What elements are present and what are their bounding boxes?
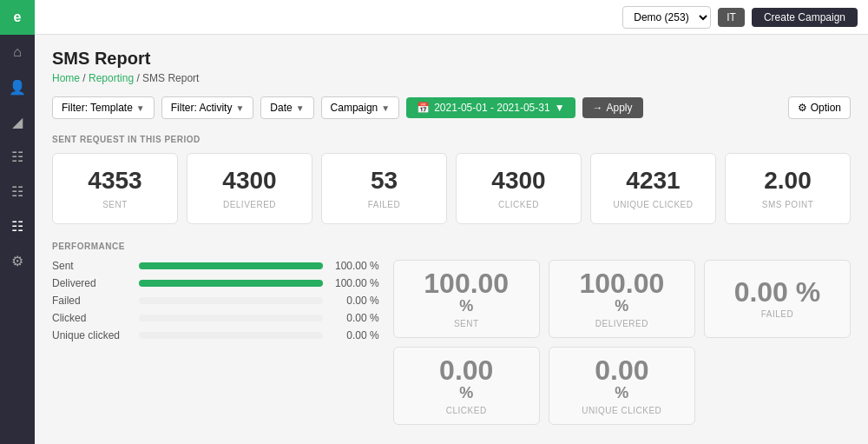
apply-label: Apply (607, 102, 633, 114)
filter-campaign-arrow-icon: ▼ (381, 103, 390, 113)
stat-cards: 4353 SENT 4300 DELIVERED 53 FAILED 4300 … (52, 153, 851, 224)
stat-card-sent: 4353 SENT (52, 153, 178, 224)
breadcrumb-current: SMS Report (142, 72, 199, 84)
perf-row-clicked: Clicked 0.00 % (52, 312, 379, 324)
filter-bar: Filter: Template ▼ Filter: Activity ▼ Da… (52, 96, 851, 119)
filter-activity-arrow-icon: ▼ (235, 103, 244, 113)
demo-select[interactable]: Demo (253) (622, 6, 711, 29)
performance-label: PERFORMANCE (52, 242, 851, 251)
stat-card-unique-clicked: 4231 UNIQUE CLICKED (590, 153, 716, 224)
filter-activity-button[interactable]: Filter: Activity ▼ (161, 96, 254, 119)
big-card-delivered: 100.00 % DELIVERED (549, 260, 695, 338)
stat-label-sent: SENT (62, 200, 168, 209)
sidebar-item-users[interactable]: 👤 (0, 70, 35, 104)
perf-bar-container-sent (139, 262, 323, 269)
big-label-clicked: CLICKED (446, 406, 487, 415)
sidebar: e ⌂ 👤 ◢ ☷ ☷ ☷ ⚙ (0, 0, 35, 444)
perf-value-delivered: 100.00 % (332, 277, 379, 289)
big-label-sent: SENT (454, 319, 479, 328)
perf-value-failed: 0.00 % (332, 295, 379, 307)
big-value-delivered: 100.00 (579, 269, 664, 297)
perf-bar-container-unique-clicked (139, 332, 323, 339)
perf-row-unique-clicked: Unique clicked 0.00 % (52, 329, 379, 341)
perf-bar-delivered (139, 280, 323, 287)
content-area: SMS Report Home / Reporting / SMS Report… (35, 35, 868, 444)
big-unit-sent: % (459, 297, 473, 315)
perf-row-delivered: Delivered 100.00 % (52, 277, 379, 289)
stat-value-unique-clicked: 4231 (600, 168, 707, 195)
perf-label-clicked: Clicked (52, 312, 130, 324)
sent-period-label: SENT REQUEST IN THIS PERIOD (52, 135, 851, 144)
big-value-clicked: 0.00 (439, 356, 493, 384)
breadcrumb-reporting[interactable]: Reporting (89, 72, 134, 84)
performance-bars: Sent 100.00 % Delivered 100.00 % Failed (52, 260, 379, 425)
perf-label-sent: Sent (52, 260, 130, 272)
perf-bar-sent (139, 262, 323, 269)
filter-campaign-button[interactable]: Campaign ▼ (321, 96, 400, 119)
performance-big-cards: 100.00 % SENT 100.00 % DELIVERED 0.00 % … (393, 260, 851, 425)
big-unit-unique-clicked: % (615, 384, 628, 402)
topbar-it-button[interactable]: IT (718, 8, 745, 27)
sidebar-item-settings[interactable]: ⚙ (0, 243, 35, 278)
stat-value-sms-point: 2.00 (734, 168, 841, 195)
topbar-create-campaign-button[interactable]: Create Campaign (752, 8, 858, 27)
perf-bar-container-clicked (139, 315, 323, 321)
stat-label-delivered: DELIVERED (196, 200, 303, 209)
stat-value-clicked: 4300 (465, 168, 572, 195)
sidebar-item-list[interactable]: ☷ (0, 139, 35, 174)
perf-value-sent: 100.00 % (332, 260, 379, 272)
big-label-delivered: DELIVERED (595, 319, 648, 328)
perf-label-unique-clicked: Unique clicked (52, 329, 130, 341)
breadcrumb-home[interactable]: Home (52, 72, 80, 84)
stat-label-sms-point: SMS POINT (734, 200, 841, 209)
filter-activity-label: Filter: Activity (171, 102, 233, 114)
big-unit-clicked: % (459, 384, 473, 402)
stat-value-failed: 53 (331, 168, 437, 195)
stat-label-failed: FAILED (331, 200, 437, 209)
sidebar-item-filter[interactable]: ◢ (0, 104, 35, 139)
stat-label-clicked: CLICKED (465, 200, 572, 209)
big-unit-delivered: % (615, 297, 628, 315)
performance-section: Sent 100.00 % Delivered 100.00 % Failed (52, 260, 851, 425)
filter-template-label: Filter: Template (62, 102, 133, 114)
perf-row-failed: Failed 0.00 % (52, 295, 379, 307)
stat-card-failed: 53 FAILED (321, 153, 447, 224)
apply-arrow-icon: → (593, 102, 603, 114)
filter-date-button[interactable]: Date ▼ (260, 96, 313, 119)
stat-label-unique-clicked: UNIQUE CLICKED (600, 200, 707, 209)
page-title: SMS Report (52, 49, 851, 69)
date-range-arrow-icon: ▼ (555, 102, 565, 114)
stat-card-sms-point: 2.00 SMS POINT (725, 153, 851, 224)
stat-value-delivered: 4300 (196, 168, 303, 195)
perf-value-unique-clicked: 0.00 % (332, 329, 379, 341)
perf-label-failed: Failed (52, 295, 130, 307)
stat-value-sent: 4353 (62, 168, 168, 195)
filter-campaign-label: Campaign (331, 102, 378, 114)
big-card-unique-clicked: 0.00 % UNIQUE CLICKED (549, 347, 695, 425)
big-value-unique-clicked: 0.00 (595, 356, 648, 384)
perf-value-clicked: 0.00 % (332, 312, 379, 324)
stat-card-delivered: 4300 DELIVERED (187, 153, 312, 224)
big-card-sent: 100.00 % SENT (393, 260, 540, 338)
apply-button[interactable]: → Apply (582, 97, 643, 118)
date-range-button[interactable]: 📅 2021-05-01 - 2021-05-31 ▼ (406, 97, 575, 118)
option-button[interactable]: ⚙ Option (788, 96, 851, 119)
perf-label-delivered: Delivered (52, 277, 130, 289)
calendar-icon: 📅 (417, 102, 430, 114)
filter-date-label: Date (270, 102, 292, 114)
option-label: Option (811, 102, 841, 114)
big-label-unique-clicked: UNIQUE CLICKED (582, 406, 661, 415)
app-logo[interactable]: e (0, 0, 35, 35)
topbar: Demo (253) IT Create Campaign (35, 0, 868, 35)
filter-template-button[interactable]: Filter: Template ▼ (52, 96, 155, 119)
big-value-sent: 100.00 (424, 269, 509, 297)
filter-date-arrow-icon: ▼ (296, 103, 305, 113)
perf-bar-container-delivered (139, 280, 323, 287)
main-content: Demo (253) IT Create Campaign SMS Report… (35, 0, 868, 444)
filter-template-arrow-icon: ▼ (136, 103, 145, 113)
sidebar-item-billing[interactable]: ☷ (0, 174, 35, 209)
sidebar-item-home[interactable]: ⌂ (0, 35, 35, 70)
perf-row-sent: Sent 100.00 % (52, 260, 379, 272)
breadcrumb: Home / Reporting / SMS Report (52, 72, 851, 84)
sidebar-item-reports[interactable]: ☷ (0, 209, 35, 243)
